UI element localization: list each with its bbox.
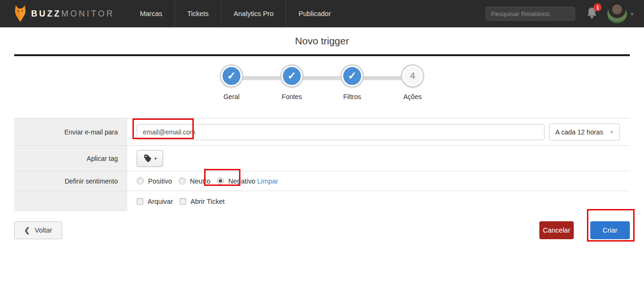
title-divider bbox=[14, 54, 630, 56]
radio-label: Negativo bbox=[228, 177, 255, 185]
step-label: Ações bbox=[404, 93, 422, 100]
clear-sentiment-link[interactable]: Limpar bbox=[257, 177, 278, 185]
radio-circle[interactable] bbox=[179, 177, 186, 184]
fox-logo-icon bbox=[14, 5, 26, 23]
actions-row-label bbox=[14, 191, 127, 211]
email-row: Enviar e-mail para A cada 12 horas ▼ bbox=[14, 118, 630, 146]
wizard-step-filtros: ✓ Filtros bbox=[322, 66, 382, 100]
step-label: Geral bbox=[223, 93, 239, 100]
radio-neutro[interactable]: Neutro bbox=[179, 177, 211, 185]
main-menu: Marcas Tickets Analytics Pro Publicador bbox=[128, 0, 343, 27]
sentiment-row: Definir sentimento Positivo Neutro Negat… bbox=[14, 171, 630, 191]
step-label: Filtros bbox=[343, 93, 361, 100]
avatar[interactable] bbox=[607, 3, 627, 24]
checkbox-abrir-ticket[interactable]: Abrir Ticket bbox=[180, 198, 225, 205]
apply-tag-button[interactable]: ▾ bbox=[137, 150, 163, 167]
tag-icon bbox=[143, 154, 152, 163]
caret-down-icon: ▾ bbox=[155, 156, 157, 161]
step-check-icon[interactable]: ✓ bbox=[221, 66, 242, 86]
radio-circle-checked[interactable] bbox=[217, 177, 224, 184]
sentiment-row-label: Definir sentimento bbox=[14, 171, 127, 191]
radio-circle[interactable] bbox=[137, 177, 144, 184]
frequency-value: A cada 12 horas bbox=[555, 128, 603, 136]
radio-label: Neutro bbox=[190, 177, 211, 185]
notification-badge: 1 bbox=[594, 3, 602, 11]
checkbox-box[interactable] bbox=[137, 198, 143, 205]
brand-bold: BUZZ bbox=[31, 9, 61, 18]
frequency-select[interactable]: A cada 12 horas ▼ bbox=[549, 124, 620, 141]
nav-right: 1 ▾ bbox=[486, 0, 644, 27]
chevron-left-icon: ❮ bbox=[24, 226, 30, 234]
menu-item-analytics-pro[interactable]: Analytics Pro bbox=[221, 0, 286, 27]
back-button[interactable]: ❮ Voltar bbox=[14, 221, 62, 239]
checkbox-box[interactable] bbox=[180, 198, 186, 205]
menu-item-marcas[interactable]: Marcas bbox=[128, 0, 175, 27]
select-caret-icon: ▼ bbox=[610, 130, 614, 134]
create-button[interactable]: Criar bbox=[590, 221, 630, 239]
email-field[interactable] bbox=[137, 124, 545, 140]
footer-actions: ❮ Voltar Cancelar Criar bbox=[14, 221, 630, 239]
page-title: Novo trigger bbox=[0, 27, 644, 53]
search-input[interactable] bbox=[486, 7, 575, 21]
trigger-actions-form: Enviar e-mail para A cada 12 horas ▼ Apl… bbox=[14, 118, 630, 211]
menu-item-tickets[interactable]: Tickets bbox=[174, 0, 221, 27]
email-row-label: Enviar e-mail para bbox=[14, 118, 127, 145]
menu-item-publicador[interactable]: Publicador bbox=[286, 0, 343, 27]
step-check-icon[interactable]: ✓ bbox=[342, 66, 363, 86]
step-label: Fontes bbox=[282, 93, 302, 100]
brand-light: MONITOR bbox=[61, 9, 115, 18]
top-nav: BUZZMONITOR Marcas Tickets Analytics Pro… bbox=[0, 0, 644, 27]
wizard-step-acoes: 4 Ações bbox=[382, 66, 443, 100]
radio-label: Positivo bbox=[148, 177, 172, 185]
wizard-step-fontes: ✓ Fontes bbox=[262, 66, 322, 100]
buzzmonitor-logo[interactable]: BUZZMONITOR bbox=[0, 0, 128, 27]
step-check-icon[interactable]: ✓ bbox=[281, 66, 302, 86]
radio-positivo[interactable]: Positivo bbox=[137, 177, 172, 185]
step-number[interactable]: 4 bbox=[402, 66, 423, 86]
back-button-label: Voltar bbox=[35, 226, 52, 234]
actions-row: Arquivar Abrir Ticket bbox=[14, 191, 630, 211]
wizard-step-geral: ✓ Geral bbox=[201, 66, 262, 100]
checkbox-label: Arquivar bbox=[148, 198, 173, 205]
step-wizard: ✓ Geral ✓ Fontes ✓ Filtros 4 Ações bbox=[201, 66, 443, 103]
cancel-button[interactable]: Cancelar bbox=[539, 221, 574, 239]
brand-text: BUZZMONITOR bbox=[31, 9, 115, 19]
notifications-button[interactable]: 1 bbox=[586, 7, 597, 21]
checkbox-arquivar[interactable]: Arquivar bbox=[137, 198, 173, 205]
tag-row-label: Aplicar tag bbox=[14, 146, 127, 171]
sentiment-options: Positivo Neutro Negativo Limpar bbox=[137, 177, 278, 185]
radio-negativo[interactable]: Negativo bbox=[217, 177, 255, 185]
checkbox-label: Abrir Ticket bbox=[190, 198, 225, 205]
tag-row: Aplicar tag ▾ bbox=[14, 146, 630, 171]
chevron-down-icon[interactable]: ▾ bbox=[630, 10, 634, 17]
